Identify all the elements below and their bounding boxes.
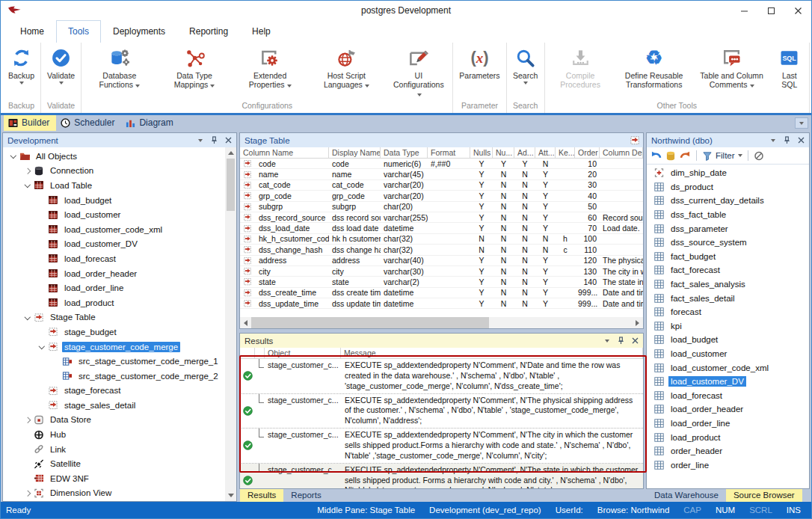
source-table-item[interactable]: load_order_line (647, 417, 809, 431)
source-table-item[interactable]: load_product (647, 430, 809, 444)
pin-icon[interactable] (782, 136, 792, 144)
ribbon-button[interactable]: Table and Column Comments (693, 43, 771, 101)
expander-icon[interactable] (22, 418, 33, 423)
ribbon-button[interactable]: Data Type Mappings (156, 43, 232, 101)
menu-item[interactable]: Reporting (177, 20, 240, 43)
column-header[interactable]: Display Name (329, 147, 381, 158)
tree-item[interactable]: stage_customer_code_merge (3, 340, 236, 354)
stage-column-row[interactable]: dss_record_source dss record sou... varc… (240, 212, 643, 223)
column-header[interactable]: Column Descripti (600, 147, 643, 158)
tree-item[interactable]: Hub (3, 427, 236, 442)
menu-item[interactable]: Help (240, 20, 283, 43)
tree-item[interactable]: load_order_header (3, 266, 236, 281)
bottom-tab[interactable]: Data Warehouse (647, 489, 726, 502)
ribbon-button[interactable]: Host Script Languages (307, 43, 385, 101)
tree-item[interactable]: load_forecast (3, 251, 236, 266)
panel-close-button[interactable] (796, 137, 806, 144)
tabstrip-dropdown-button[interactable] (795, 117, 808, 129)
tree-item[interactable]: Load Table (3, 178, 236, 193)
column-header[interactable]: Att... (535, 147, 556, 158)
column-header[interactable]: Format (428, 147, 470, 158)
tree-item[interactable]: stage_sales_detail (3, 398, 236, 413)
expander-icon[interactable] (7, 155, 19, 158)
bottom-tab[interactable]: Source Browser (726, 489, 802, 502)
ribbon-button[interactable]: Compile Procedures (546, 43, 615, 101)
tree-scrollbar[interactable] (225, 147, 236, 501)
source-table-item[interactable]: load_customer_DV (647, 375, 809, 389)
tree-item[interactable]: Connection (3, 164, 236, 179)
source-table-item[interactable]: kpi (647, 319, 809, 334)
column-header[interactable]: Nulls (470, 147, 493, 158)
source-table-item[interactable]: order_header (647, 444, 809, 458)
stage-column-row[interactable]: subgrp subgrp char(20) Y N N Y 50 (240, 202, 643, 212)
source-table-item[interactable]: fact_budget (647, 250, 809, 264)
tree-item[interactable]: stage_budget (3, 325, 236, 340)
column-header[interactable]: Nu... (493, 147, 514, 158)
tree-item[interactable]: stage_forecast (3, 384, 236, 399)
source-table-item[interactable]: dss_parameter (647, 221, 809, 236)
menu-item[interactable]: Tools (56, 20, 101, 43)
result-row[interactable]: stage_customer_c... EXECUTE sp_addextend… (240, 394, 643, 429)
panel-close-button[interactable] (630, 337, 640, 344)
tree-item[interactable]: Satellite (3, 456, 236, 471)
panel-dropdown-button[interactable] (195, 139, 205, 142)
source-table-item[interactable]: load_customer_code_xml (647, 360, 809, 375)
tree-item[interactable]: Dimension (3, 500, 236, 501)
expander-icon[interactable] (22, 491, 33, 496)
tree-item[interactable]: Stage Table (3, 310, 236, 325)
stage-column-row[interactable]: dss_load_date dss load date datetime Y N… (240, 223, 643, 233)
panel-dropdown-button[interactable] (768, 139, 778, 142)
view-tab[interactable]: Builder (4, 115, 56, 131)
ribbon-button[interactable]: Backup (3, 43, 40, 101)
tree-item[interactable]: load_budget (3, 193, 236, 208)
stage-column-row[interactable]: hk_h_csutomer_code hk h csutomer ... cha… (240, 234, 643, 245)
column-header[interactable]: Object (265, 348, 341, 358)
stage-column-row[interactable]: city city varchar(30) Y N N Y 130 The (240, 266, 643, 277)
minimize-button[interactable] (731, 1, 757, 20)
column-header[interactable]: Order (575, 147, 600, 158)
bottom-tab[interactable]: Reports (283, 489, 328, 502)
bottom-tab[interactable]: Results (240, 489, 283, 502)
stage-column-row[interactable]: code code numeric(6) #,##0 Y Y Y N 10 (240, 159, 643, 169)
source-table-item[interactable]: dss_current_day_details (647, 194, 809, 208)
panel-dropdown-button[interactable] (602, 340, 612, 343)
result-row[interactable]: stage_customer_c... EXECUTE sp_addextend… (240, 429, 643, 464)
ribbon-button[interactable]: ♻ Define Reusable Transformations (615, 43, 693, 101)
ribbon-button[interactable]: Validate (42, 43, 80, 101)
ribbon-button[interactable]: Search (508, 43, 544, 101)
source-table-item[interactable]: fact_forecast (647, 263, 809, 277)
database-browse-button[interactable] (665, 151, 676, 161)
source-table-item[interactable]: dss_source_system (647, 236, 809, 250)
column-header[interactable]: Ke... (556, 147, 575, 158)
stage-column-row[interactable]: dss_create_time dss create time datetime… (240, 288, 643, 298)
source-table-item[interactable]: load_budget (647, 333, 809, 347)
refresh-source-button[interactable] (650, 151, 662, 161)
pin-icon[interactable] (209, 136, 219, 144)
source-table-item[interactable]: fact_sales_analysis (647, 277, 809, 292)
filter-clear-button[interactable] (754, 151, 764, 161)
stage-column-row[interactable]: address address varchar(40) Y N N Y 120 (240, 256, 643, 266)
ribbon-button[interactable]: Database Functions (82, 43, 156, 101)
tree-item[interactable]: Link (3, 442, 236, 457)
ribbon-button[interactable]: SQL Last SQL (771, 43, 808, 101)
ribbon-button[interactable]: UI Configurations (385, 43, 452, 101)
filter-button[interactable]: Filter (702, 151, 742, 161)
tree-item[interactable]: EDW 3NF (3, 471, 236, 486)
ribbon-button[interactable]: Extended Properties (233, 43, 308, 101)
close-button[interactable] (784, 1, 811, 20)
ribbon-button[interactable]: (x) Parameters (454, 43, 505, 101)
source-table-item[interactable]: ds_product (647, 180, 809, 194)
stage-column-row[interactable]: dss_change_hash dss change hash char(32)… (240, 245, 643, 255)
view-tab[interactable]: Scheduler (56, 115, 121, 131)
tree-item[interactable]: load_customer_code_xml (3, 222, 236, 237)
stage-column-row[interactable]: name name varchar(45) Y N N Y 20 (240, 169, 643, 179)
source-table-item[interactable]: load_customer (647, 347, 809, 361)
source-table-item[interactable]: load_forecast (647, 389, 809, 403)
expander-icon[interactable] (22, 316, 33, 319)
menu-item[interactable]: Home (8, 20, 56, 43)
maximize-button[interactable] (757, 1, 784, 20)
expander-icon[interactable] (22, 184, 33, 187)
column-header[interactable]: Message (341, 348, 643, 358)
column-header[interactable]: Ad... (514, 147, 535, 158)
tree-item[interactable]: load_customer (3, 207, 236, 222)
